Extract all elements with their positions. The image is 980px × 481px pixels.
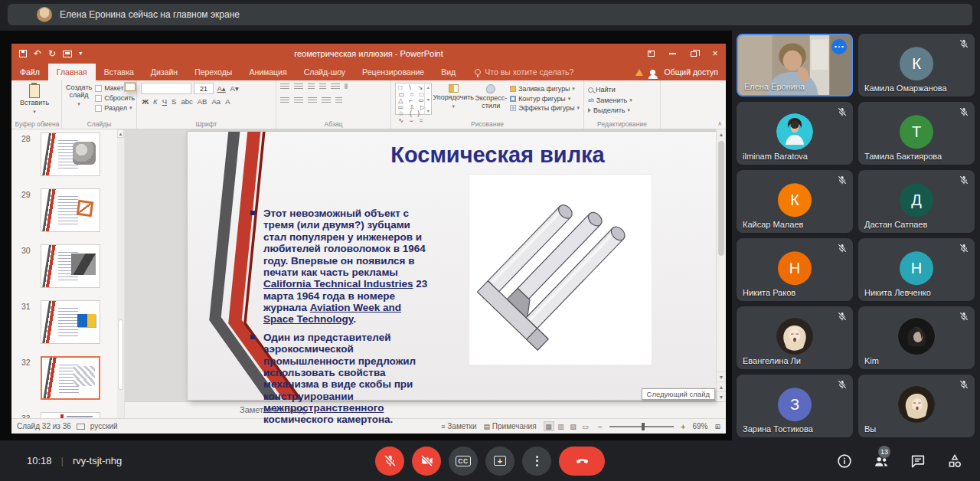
leave-call-button[interactable] bbox=[559, 447, 605, 476]
slide-sorter-view-button[interactable]: ▥ bbox=[556, 421, 567, 431]
indent-increase-icon[interactable] bbox=[319, 83, 326, 90]
font-size-input[interactable]: 21 bbox=[194, 83, 214, 94]
align-right-icon[interactable] bbox=[308, 97, 317, 104]
font-style-button[interactable]: А bbox=[224, 97, 231, 106]
scroll-up-icon[interactable]: ▲ bbox=[117, 129, 124, 138]
chat-button[interactable] bbox=[910, 453, 926, 470]
ribbon-tab-1[interactable]: Файл bbox=[11, 64, 48, 80]
ribbon-tab-5[interactable]: Переходы bbox=[186, 64, 240, 80]
font-name-input[interactable] bbox=[141, 83, 191, 94]
find-button[interactable]: Найти bbox=[588, 86, 632, 93]
mic-mute-button[interactable] bbox=[375, 447, 404, 476]
tell-me-search[interactable]: Что вы хотите сделать? bbox=[475, 64, 573, 80]
arrange-button[interactable]: Упорядочить▾ bbox=[435, 83, 472, 110]
notes-toggle[interactable]: ≡ Заметки bbox=[441, 422, 476, 430]
shapes-scroll[interactable]: ▴▾▾ bbox=[424, 83, 431, 114]
slide-scrollbar[interactable]: ▲ ▼ ▲ ▼ bbox=[716, 129, 726, 401]
font-style-button[interactable]: abc bbox=[180, 97, 194, 106]
participant-tile[interactable]: ННикита Раков bbox=[737, 238, 853, 301]
line-spacing-icon[interactable] bbox=[331, 83, 340, 90]
next-slide-button[interactable]: ▼ bbox=[717, 391, 726, 401]
warning-icon[interactable] bbox=[635, 69, 643, 76]
thumbnail-scrollbar[interactable]: ▲ bbox=[117, 129, 124, 418]
zoom-out-button[interactable]: − bbox=[598, 422, 603, 431]
shape-effects-button[interactable]: Эффекты фигуры▾ bbox=[510, 104, 580, 112]
font-style-button[interactable]: Аа bbox=[211, 97, 222, 106]
justify-icon[interactable] bbox=[322, 97, 331, 104]
meeting-details-button[interactable] bbox=[836, 453, 853, 470]
indent-decrease-icon[interactable] bbox=[308, 83, 315, 90]
previous-slide-button[interactable]: ▲ bbox=[717, 381, 726, 391]
align-left-icon[interactable] bbox=[280, 97, 289, 104]
align-center-icon[interactable] bbox=[294, 97, 303, 104]
quick-styles-button[interactable]: Экспресс-стили bbox=[475, 83, 507, 110]
normal-view-button[interactable]: ▦ bbox=[544, 421, 554, 431]
section-button[interactable]: Раздел▾ bbox=[95, 104, 135, 112]
reading-view-button[interactable]: ▨ bbox=[568, 421, 579, 431]
more-options-button[interactable] bbox=[522, 447, 551, 476]
language-indicator[interactable]: русский bbox=[90, 422, 118, 430]
ribbon-tab-6[interactable]: Анимация bbox=[240, 64, 295, 80]
participant-tile[interactable]: ККайсар Малаев bbox=[737, 170, 853, 233]
slide-thumbnail[interactable]: 31 bbox=[11, 300, 124, 344]
slide-thumbnail-panel[interactable]: 282930313233 ▲ bbox=[11, 129, 125, 418]
collapse-ribbon-icon[interactable]: ∧ bbox=[717, 120, 722, 127]
text-direction-icon[interactable] bbox=[335, 97, 342, 104]
zoom-in-button[interactable]: + bbox=[681, 422, 685, 431]
ribbon-tab-3[interactable]: Вставка bbox=[96, 64, 142, 80]
slide-thumbnail[interactable]: 33 bbox=[11, 412, 124, 418]
participant-tile[interactable]: ЗЗарина Тостикова bbox=[737, 375, 853, 437]
tile-more-options-button[interactable] bbox=[831, 39, 847, 54]
slide-thumbnail-preview[interactable] bbox=[41, 244, 100, 288]
ribbon-tab-8[interactable]: Рецензирование bbox=[354, 64, 433, 80]
slide-thumbnail[interactable]: 30 bbox=[11, 244, 124, 288]
slide-thumbnail[interactable]: 28 bbox=[11, 133, 124, 176]
present-button[interactable] bbox=[485, 447, 514, 476]
font-style-button[interactable]: К bbox=[152, 97, 159, 106]
zoom-level[interactable]: 69% bbox=[692, 422, 707, 430]
slide-thumbnail[interactable]: 29 bbox=[11, 188, 124, 232]
participant-tile[interactable]: ННикита Левченко bbox=[858, 238, 975, 301]
ribbon-tab-9[interactable]: Вид bbox=[433, 64, 464, 80]
comments-toggle[interactable]: ▤ Примечания bbox=[484, 422, 537, 430]
slideshow-view-button[interactable]: ▭ bbox=[580, 421, 591, 431]
replace-button[interactable]: abЗаменить▾ bbox=[588, 97, 632, 104]
participant-tile[interactable]: ДДастан Сатпаев bbox=[858, 170, 975, 233]
camera-off-button[interactable] bbox=[412, 447, 441, 476]
new-slide-button[interactable]: Создать слайд▾ bbox=[66, 83, 92, 106]
slide-thumbnail-preview[interactable] bbox=[41, 133, 100, 176]
ribbon-tab-2[interactable]: Главная bbox=[48, 64, 96, 80]
paste-button[interactable]: Вставить▾ bbox=[17, 83, 52, 115]
shapes-gallery[interactable]: □ ∖ ↘ ▭ ○ □ △ ⌐ ⇦ ⇨ ⇩ ▷ ☆ ( ) ∿ ⌣ = ▴▾▾ bbox=[395, 83, 432, 115]
font-style-button[interactable]: Ж bbox=[141, 97, 150, 106]
ribbon-tab-4[interactable]: Дизайн bbox=[142, 64, 186, 80]
select-button[interactable]: Выделить▾ bbox=[588, 106, 632, 114]
slide-thumbnail-preview[interactable] bbox=[41, 188, 100, 232]
numbering-icon[interactable] bbox=[294, 83, 303, 90]
slide-thumbnail-preview[interactable] bbox=[41, 356, 100, 400]
decrease-font-icon[interactable]: А▾ bbox=[229, 84, 240, 93]
reset-button[interactable]: Сбросить bbox=[95, 94, 135, 102]
slide-thumbnail-preview[interactable] bbox=[41, 300, 100, 344]
participant-tile[interactable]: Kim bbox=[858, 306, 975, 369]
participant-tile[interactable]: ТТамила Бактиярова bbox=[858, 102, 975, 165]
zoom-slider[interactable] bbox=[609, 426, 674, 427]
participant-tile[interactable]: ilminam Baratova bbox=[737, 102, 853, 165]
scroll-up-icon[interactable]: ▲ bbox=[717, 129, 726, 139]
captions-button[interactable]: CC bbox=[449, 447, 478, 476]
share-button[interactable]: Общий доступ bbox=[664, 67, 718, 77]
activities-button[interactable] bbox=[946, 453, 963, 470]
scroll-down-icon[interactable]: ▼ bbox=[717, 371, 726, 381]
participants-button[interactable]: 13 bbox=[873, 453, 890, 470]
slide-canvas[interactable]: Космическая вилка Этот невозможный объек… bbox=[188, 132, 716, 400]
spellcheck-icon[interactable] bbox=[77, 424, 85, 430]
fit-to-window-icon[interactable]: ⊞ bbox=[714, 423, 720, 430]
slide-thumbnail-preview[interactable] bbox=[41, 412, 100, 418]
scrollbar-thumb[interactable] bbox=[718, 141, 724, 256]
slide-thumbnail[interactable]: 32 bbox=[11, 356, 124, 400]
participant-tile[interactable]: Евангелина Ли bbox=[737, 306, 853, 369]
participant-tile[interactable]: Елена Еронина bbox=[737, 34, 853, 97]
participant-tile[interactable]: Вы bbox=[858, 375, 975, 437]
font-style-button[interactable]: Ч bbox=[161, 97, 168, 106]
shape-fill-button[interactable]: Заливка фигуры▾ bbox=[510, 85, 580, 93]
